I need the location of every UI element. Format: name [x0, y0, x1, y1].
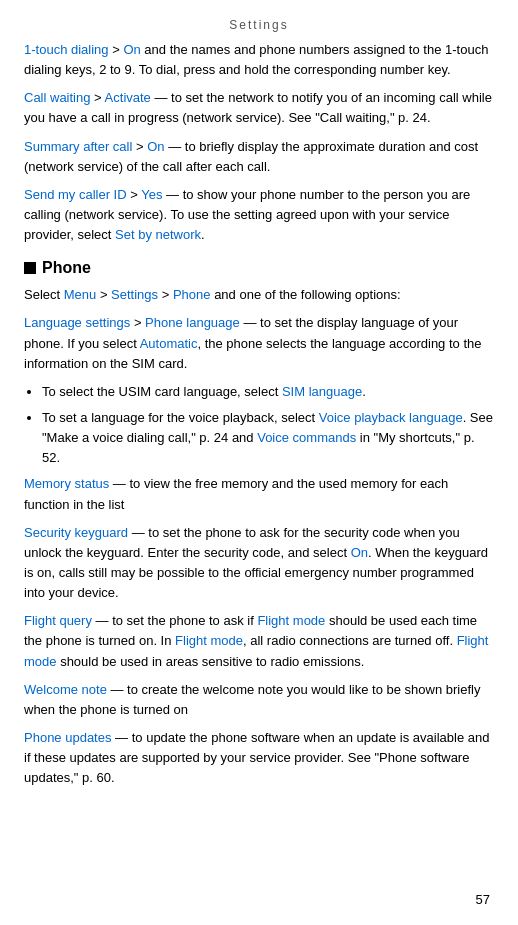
- link-flight-mode-1: Flight mode: [257, 613, 325, 628]
- para-memory: Memory status — to view the free memory …: [24, 474, 494, 514]
- para-summary: Summary after call > On — to briefly dis…: [24, 137, 494, 177]
- link-1touch-dialing: 1-touch dialing: [24, 42, 109, 57]
- link-call-waiting: Call waiting: [24, 90, 90, 105]
- link-security-keyguard: Security keyguard: [24, 525, 128, 540]
- link-memory-status: Memory status: [24, 476, 109, 491]
- para-phone-intro: Select Menu > Settings > Phone and one o…: [24, 285, 494, 305]
- link-send-caller-id: Send my caller ID: [24, 187, 127, 202]
- link-flight-mode-2: Flight mode: [175, 633, 243, 648]
- para-updates: Phone updates — to update the phone soft…: [24, 728, 494, 788]
- link-phone: Phone: [173, 287, 211, 302]
- para-flight: Flight query — to set the phone to ask i…: [24, 611, 494, 671]
- link-automatic: Automatic: [140, 336, 198, 351]
- section-phone-heading: Phone: [24, 259, 494, 277]
- link-voice-commands: Voice commands: [257, 430, 356, 445]
- para-caller-id: Send my caller ID > Yes — to show your p…: [24, 185, 494, 245]
- link-activate: Activate: [105, 90, 151, 105]
- bullet-item-1: To select the USIM card language, select…: [42, 382, 494, 402]
- link-welcome-note: Welcome note: [24, 682, 107, 697]
- link-settings: Settings: [111, 287, 158, 302]
- link-summary-on: On: [147, 139, 164, 154]
- link-1touch-on: On: [123, 42, 140, 57]
- para-1touch: 1-touch dialing > On and the names and p…: [24, 40, 494, 80]
- main-content: 1-touch dialing > On and the names and p…: [0, 40, 518, 836]
- para-call-waiting: Call waiting > Activate — to set the net…: [24, 88, 494, 128]
- link-sim-language: SIM language: [282, 384, 362, 399]
- link-language-settings: Language settings: [24, 315, 130, 330]
- phone-section-icon: [24, 262, 36, 274]
- para-security: Security keyguard — to set the phone to …: [24, 523, 494, 604]
- link-security-on: On: [351, 545, 368, 560]
- link-yes: Yes: [141, 187, 162, 202]
- phone-heading-text: Phone: [42, 259, 91, 277]
- para-welcome: Welcome note — to create the welcome not…: [24, 680, 494, 720]
- link-phone-updates: Phone updates: [24, 730, 111, 745]
- page-header: Settings: [0, 0, 518, 40]
- link-menu: Menu: [64, 287, 97, 302]
- link-voice-playback: Voice playback language: [319, 410, 463, 425]
- link-flight-query: Flight query: [24, 613, 92, 628]
- para-language: Language settings > Phone language — to …: [24, 313, 494, 373]
- bullet-list: To select the USIM card language, select…: [42, 382, 494, 469]
- page-number: 57: [476, 892, 490, 907]
- link-set-by-network: Set by network: [115, 227, 201, 242]
- link-phone-language: Phone language: [145, 315, 240, 330]
- bullet-item-2: To set a language for the voice playback…: [42, 408, 494, 468]
- link-summary-after-call: Summary after call: [24, 139, 132, 154]
